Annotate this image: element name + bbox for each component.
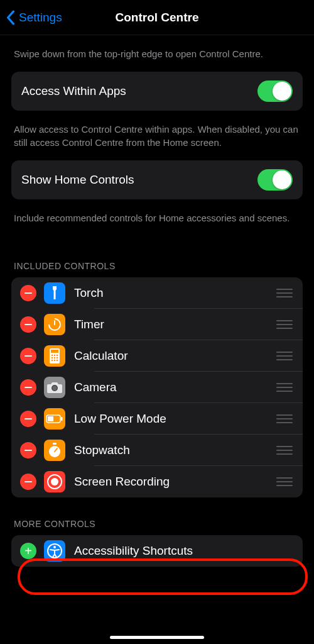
svg-point-8 [57,357,58,359]
list-item-timer[interactable]: Timer [11,309,303,340]
accessibility-icon [44,540,65,562]
remove-button[interactable] [20,474,36,490]
intro-text: Swipe down from the top-right edge to op… [11,35,303,72]
svg-point-4 [54,355,56,357]
remove-button[interactable] [20,379,36,396]
item-label: Calculator [74,349,276,363]
remove-button[interactable] [20,285,36,301]
list-item-stopwatch[interactable]: Stopwatch [11,435,303,466]
drag-handle[interactable] [276,320,294,329]
svg-point-3 [51,355,53,357]
svg-point-10 [54,360,56,362]
drag-handle[interactable] [276,446,294,455]
camera-icon [44,377,65,398]
drag-handle[interactable] [276,352,294,360]
included-list: Torch Timer Calculator [11,277,303,497]
torch-icon [44,282,65,304]
show-home-controls-row: Show Home Controls [11,160,303,199]
more-list: + Accessibility Shortcuts [11,535,303,567]
svg-point-9 [51,360,53,362]
svg-point-20 [51,478,58,486]
remove-button[interactable] [20,442,36,458]
home-label: Show Home Controls [21,173,134,187]
home-desc: Include recommended controls for Home ac… [11,199,303,236]
svg-rect-16 [61,417,63,421]
drag-handle[interactable] [276,289,294,297]
access-desc: Allow access to Control Centre within ap… [11,111,303,160]
list-item-screen-recording[interactable]: Screen Recording [11,466,303,497]
list-item-accessibility[interactable]: + Accessibility Shortcuts [11,535,303,567]
home-indicator[interactable] [110,636,204,639]
svg-point-6 [51,357,53,359]
drag-handle[interactable] [276,383,294,392]
item-label: Torch [74,286,276,300]
svg-point-11 [57,360,58,362]
item-label: Stopwatch [74,443,276,457]
add-button[interactable]: + [20,543,36,559]
remove-button[interactable] [20,316,36,333]
access-toggle[interactable] [257,80,293,102]
list-item-low-power[interactable]: Low Power Mode [11,403,303,435]
home-toggle[interactable] [257,169,293,191]
back-label: Settings [19,11,62,25]
list-item-calculator[interactable]: Calculator [11,340,303,372]
access-label: Access Within Apps [21,84,126,98]
list-item-torch[interactable]: Torch [11,277,303,309]
screen-recording-icon [44,471,65,492]
stopwatch-icon [44,440,65,461]
item-label: Accessibility Shortcuts [74,544,294,558]
item-label: Timer [74,318,276,331]
navbar: Settings Control Centre [0,0,314,35]
back-button[interactable]: Settings [6,10,62,25]
svg-rect-15 [48,416,53,421]
svg-point-5 [57,355,58,357]
list-item-camera[interactable]: Camera [11,372,303,403]
svg-rect-2 [51,350,58,353]
svg-point-7 [54,357,56,359]
item-label: Camera [74,380,276,394]
access-within-apps-row: Access Within Apps [11,72,303,111]
calculator-icon [44,345,65,367]
item-label: Low Power Mode [74,412,276,426]
drag-handle[interactable] [276,477,294,486]
included-header: INCLUDED CONTROLS [11,236,303,277]
remove-button[interactable] [20,411,36,427]
svg-point-22 [53,546,56,548]
remove-button[interactable] [20,348,36,364]
timer-icon [44,314,65,335]
drag-handle[interactable] [276,414,294,423]
low-power-icon [44,408,65,430]
chevron-left-icon [6,10,15,25]
svg-rect-17 [53,443,57,445]
svg-point-13 [53,386,57,391]
more-header: MORE CONTROLS [11,497,303,535]
page-title: Control Centre [116,11,199,25]
item-label: Screen Recording [74,475,276,489]
